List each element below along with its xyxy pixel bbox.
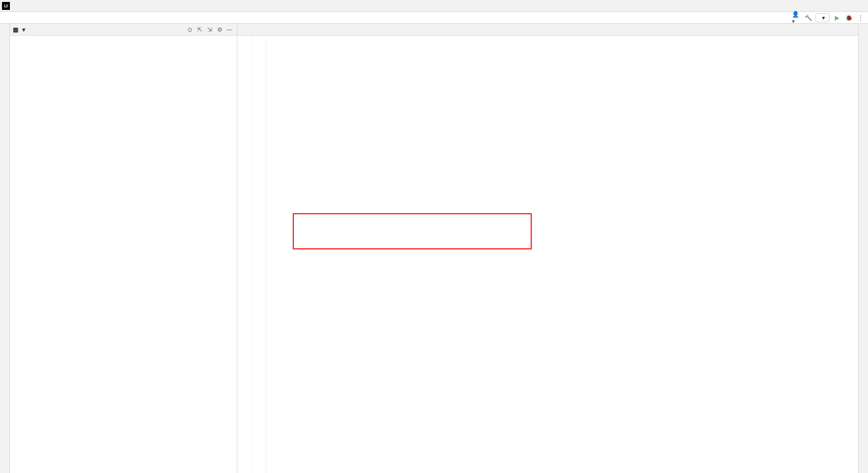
more-icon[interactable]: ⋮ bbox=[856, 13, 865, 22]
right-toolbar bbox=[858, 24, 868, 473]
code-content[interactable] bbox=[267, 36, 858, 473]
run-icon[interactable]: ▶ bbox=[832, 13, 841, 22]
code-editor[interactable] bbox=[237, 36, 858, 473]
debug-icon[interactable]: 🐞 bbox=[844, 13, 853, 22]
editor-area bbox=[237, 24, 858, 473]
panel-title: ▦ ▾ bbox=[13, 26, 25, 33]
editor-tabs bbox=[237, 24, 858, 36]
build-icon[interactable]: 🔨 bbox=[804, 13, 813, 22]
project-panel: ▦ ▾ ⊙ ⇱ ⇲ ⚙ — bbox=[10, 24, 237, 473]
menubar: IJ bbox=[0, 0, 868, 12]
annotation-box-1 bbox=[293, 213, 532, 249]
project-tree[interactable] bbox=[10, 36, 237, 473]
chevron-down-icon[interactable]: ▾ bbox=[22, 26, 25, 33]
collapse-all-icon[interactable]: ⇲ bbox=[205, 25, 214, 34]
settings-icon[interactable]: ⚙ bbox=[215, 25, 224, 34]
structure-tool-tab[interactable] bbox=[4, 456, 6, 462]
project-icon: ▦ bbox=[13, 26, 18, 33]
user-icon[interactable]: 👤▾ bbox=[792, 13, 801, 22]
chevron-down-icon: ▾ bbox=[822, 14, 825, 21]
line-gutter bbox=[237, 36, 252, 473]
marker-gutter bbox=[252, 36, 267, 473]
select-opened-icon[interactable]: ⊙ bbox=[185, 25, 194, 34]
project-tool-tab[interactable] bbox=[4, 26, 6, 32]
bookmarks-tool-tab[interactable] bbox=[4, 467, 6, 473]
app-logo: IJ bbox=[2, 2, 10, 10]
run-config-selector[interactable]: ▾ bbox=[816, 13, 829, 22]
left-toolbar bbox=[0, 24, 10, 473]
navbar: 👤▾ 🔨 ▾ ▶ 🐞 ⋮ bbox=[0, 12, 868, 24]
expand-all-icon[interactable]: ⇱ bbox=[195, 25, 204, 34]
hide-icon[interactable]: — bbox=[225, 25, 234, 34]
